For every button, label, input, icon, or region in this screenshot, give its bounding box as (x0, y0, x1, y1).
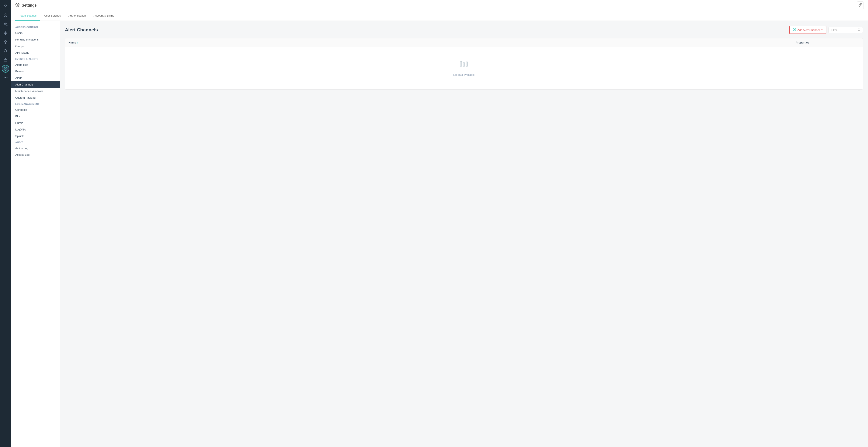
svg-line-7 (6, 52, 7, 52)
svg-point-6 (4, 50, 7, 52)
sidebar-item-alerts-hub[interactable]: Alerts Hub (11, 62, 60, 68)
tab-account-billing[interactable]: Account & Billing (90, 11, 118, 21)
tab-authentication[interactable]: Authentication (64, 11, 90, 21)
col-name: Name ↑ (68, 41, 796, 44)
svg-line-19 (860, 30, 860, 31)
table-header: Name ↑ Properties (65, 38, 863, 47)
icon-sidebar (0, 0, 11, 447)
sidebar-item-splunk[interactable]: Splunk (11, 133, 60, 139)
sidebar-item-access-log[interactable]: Access Log (11, 152, 60, 158)
svg-point-12 (5, 77, 6, 78)
nav-section-log-management: LOG MANAGEMENT (11, 101, 60, 106)
below-tabs: ACCESS CONTROL Users Pending Invitations… (11, 21, 868, 447)
tab-team-settings[interactable]: Team Settings (15, 11, 40, 21)
main-wrapper: Settings Team Settings User Settings Aut… (11, 0, 868, 447)
svg-rect-22 (466, 62, 468, 66)
nav-section-access-control: ACCESS CONTROL (11, 24, 60, 30)
sidebar-icon-settings[interactable] (2, 65, 9, 72)
sidebar-icon-alert[interactable] (2, 56, 9, 64)
nav-section-audit: AUDIT (11, 139, 60, 145)
svg-marker-3 (4, 32, 7, 35)
sidebar-icon-monitors[interactable] (2, 11, 9, 19)
page-title: Settings (22, 3, 37, 8)
svg-point-1 (5, 15, 6, 16)
sidebar-icon-incidents[interactable] (2, 29, 9, 37)
panel-header: Alert Channels Add Alert Channel ▼ (65, 26, 863, 34)
sidebar-item-logdna[interactable]: LogDNA (11, 126, 60, 133)
sidebar-item-alert-channels[interactable]: Alert Channels (11, 81, 60, 88)
filter-box (829, 27, 863, 33)
sidebar-icon-more[interactable] (2, 74, 9, 82)
sidebar-item-alerts[interactable]: Alerts (11, 75, 60, 81)
tabs-and-content: Team Settings User Settings Authenticati… (11, 11, 868, 447)
col-properties: Properties (796, 41, 859, 44)
sort-icon[interactable]: ↑ (77, 41, 78, 44)
sidebar-icon-package[interactable] (2, 38, 9, 46)
svg-point-11 (4, 77, 4, 78)
add-alert-channel-label: Add Alert Channel (797, 28, 819, 32)
svg-point-0 (4, 14, 7, 17)
topbar-right (857, 1, 864, 9)
no-data-icon (459, 60, 469, 71)
no-data-text: No data available (453, 73, 474, 76)
filter-input[interactable] (831, 28, 856, 32)
svg-point-13 (7, 77, 7, 78)
svg-rect-21 (463, 63, 465, 66)
plus-icon (793, 28, 796, 32)
alert-channels-table: Name ↑ Properties (65, 38, 863, 90)
sidebar-item-custom-payload[interactable]: Custom Payload (11, 94, 60, 101)
topbar: Settings (11, 0, 868, 11)
sidebar-item-coralogix[interactable]: Coralogix (11, 106, 60, 113)
chevron-down-icon: ▼ (821, 29, 823, 31)
col-properties-label: Properties (796, 41, 809, 44)
svg-point-18 (858, 28, 860, 30)
nav-section-events-alerts: EVENTS & ALERTS (11, 56, 60, 62)
svg-point-14 (17, 4, 18, 5)
link-button[interactable] (857, 1, 864, 9)
sidebar-item-users[interactable]: Users (11, 30, 60, 36)
sidebar-item-maintenance-windows[interactable]: Maintenance Windows (11, 88, 60, 94)
sidebar-item-groups[interactable]: Groups (11, 43, 60, 50)
main-panel: Alert Channels Add Alert Channel ▼ (60, 21, 868, 447)
panel-title: Alert Channels (65, 27, 98, 33)
sidebar-icon-home[interactable] (2, 3, 9, 10)
col-name-label: Name (68, 41, 76, 44)
sidebar-item-events[interactable]: Events (11, 68, 60, 75)
topbar-left: Settings (15, 3, 37, 8)
settings-icon (15, 3, 20, 8)
sidebar-icon-search[interactable] (2, 47, 9, 55)
sidebar-icon-team[interactable] (2, 20, 9, 28)
sidebar-item-api-tokens[interactable]: API Tokens (11, 50, 60, 56)
left-nav: ACCESS CONTROL Users Pending Invitations… (11, 21, 60, 447)
svg-rect-20 (460, 61, 462, 66)
svg-line-4 (5, 41, 6, 41)
sidebar-item-humio[interactable]: Humio (11, 120, 60, 126)
add-alert-channel-button[interactable]: Add Alert Channel ▼ (789, 26, 827, 34)
sidebar-item-pending-invitations[interactable]: Pending Invitations (11, 36, 60, 43)
table-body: No data available (65, 47, 863, 89)
sidebar-item-action-log[interactable]: Action Log (11, 145, 60, 152)
tabs-bar: Team Settings User Settings Authenticati… (11, 11, 868, 21)
sidebar-item-elk[interactable]: ELK (11, 113, 60, 120)
panel-actions: Add Alert Channel ▼ (789, 26, 863, 34)
tab-user-settings[interactable]: User Settings (40, 11, 64, 21)
svg-point-2 (4, 23, 6, 24)
svg-point-10 (5, 68, 6, 69)
filter-search-icon (858, 28, 861, 32)
